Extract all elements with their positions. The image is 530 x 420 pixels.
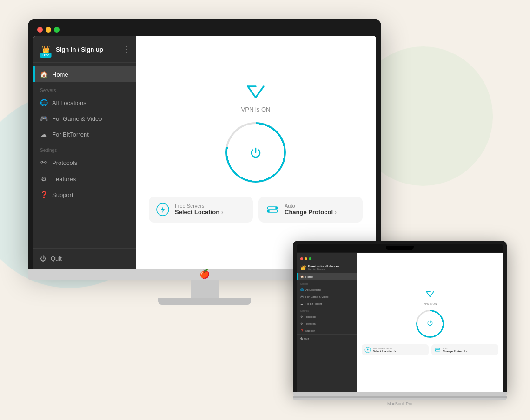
- imac-traffic-lights: [33, 24, 376, 36]
- svg-point-7: [268, 210, 270, 212]
- svg-point-6: [275, 207, 277, 209]
- mini-sidebar-item-home[interactable]: 🏠 Home: [297, 273, 357, 280]
- macbook-screen-border: 👑 Premium for all devices Sign in / Sign…: [293, 241, 507, 392]
- sidebar-title: Sign in / Sign up: [56, 46, 119, 53]
- protocol-card-subtitle: Change Protocol ›: [285, 209, 356, 216]
- mini-sidebar-item-bittorrent[interactable]: ☁ For BitTorrent: [297, 300, 357, 307]
- sidebar-nav: 🏠 Home Servers 🌐 All Locations 🎮 For Gam…: [33, 63, 136, 248]
- mini-location-subtitle: Select Location >: [373, 350, 396, 353]
- quit-label: Quit: [51, 255, 62, 262]
- sidebar-item-game-label: For Game & Video: [52, 115, 102, 122]
- traffic-light-yellow[interactable]: [46, 27, 51, 33]
- lightning-icon: [155, 202, 170, 217]
- location-card[interactable]: Free Servers Select Location ›: [149, 197, 253, 223]
- sidebar-menu-button[interactable]: ⋮: [123, 45, 130, 54]
- sidebar-item-game-video[interactable]: 🎮 For Game & Video: [33, 111, 136, 126]
- quit-button[interactable]: ⏻ Quit: [40, 255, 129, 262]
- mini-traffic-lights: [297, 256, 357, 262]
- support-icon: ❓: [40, 191, 47, 198]
- sidebar-footer: ⏻ Quit: [33, 248, 136, 269]
- game-icon: 🎮: [40, 115, 47, 122]
- vpn-logo: [244, 83, 267, 103]
- mini-features-icon: ⚙: [300, 322, 303, 325]
- sidebar-item-bittorrent[interactable]: ☁ For BitTorrent: [33, 126, 136, 142]
- sidebar-item-home-label: Home: [52, 71, 68, 78]
- globe-icon: 🌐: [40, 99, 47, 106]
- macbook-screen: 👑 Premium for all devices Sign in / Sign…: [297, 253, 503, 392]
- location-chevron: ›: [221, 209, 223, 216]
- imac-screen-border: 👑 Free Sign in / Sign up ⋮ 🏠 Home Server…: [28, 19, 381, 269]
- mini-servers-label: Servers: [297, 280, 357, 286]
- cloud-icon: ☁: [40, 131, 47, 138]
- mini-cloud-icon: ☁: [300, 302, 303, 305]
- mini-home-icon: 🏠: [300, 275, 304, 278]
- sidebar-item-features-label: Features: [52, 176, 76, 183]
- protocol-icon: [265, 202, 280, 217]
- sidebar-item-home[interactable]: 🏠 Home: [33, 66, 136, 82]
- location-card-text: Free Servers Select Location ›: [175, 203, 246, 216]
- crown-icon: 👑 Free: [39, 43, 52, 56]
- mini-sidebar-subtitle: Sign in / Sign up: [308, 268, 339, 270]
- traffic-light-green[interactable]: [54, 27, 60, 33]
- features-icon: ⚙: [40, 175, 47, 183]
- mini-protocol-subtitle: Change Protocol >: [443, 350, 467, 353]
- mini-support-icon: ❓: [300, 329, 304, 332]
- vpn-status-text: VPN is ON: [241, 106, 271, 113]
- mini-sidebar-item-support[interactable]: ❓ Support: [297, 327, 357, 334]
- sidebar-item-features[interactable]: ⚙ Features: [33, 171, 136, 187]
- sidebar-item-support[interactable]: ❓ Support: [33, 187, 136, 203]
- power-button-container: [225, 122, 286, 183]
- protocol-card[interactable]: Auto Change Protocol ›: [258, 197, 363, 223]
- settings-section-label: Settings: [33, 142, 136, 155]
- mini-settings-label: Settings: [297, 307, 357, 313]
- mini-quit-button[interactable]: ⏻ Quit: [297, 334, 357, 343]
- mini-vpn-logo: [424, 289, 436, 301]
- imac-stand-neck: [191, 280, 219, 298]
- macbook-bottom: [293, 398, 507, 400]
- macbook-label: MacBook Pro: [293, 401, 507, 406]
- quit-icon: ⏻: [40, 255, 46, 262]
- sidebar-header: 👑 Free Sign in / Sign up ⋮: [33, 36, 136, 63]
- imac-stand-base: [158, 298, 251, 305]
- mini-bottom-cards: The Fastest Server Select Location > A: [362, 344, 498, 355]
- home-icon: 🏠: [40, 71, 47, 78]
- mini-location-card[interactable]: The Fastest Server Select Location >: [362, 344, 429, 355]
- mini-protocol-card[interactable]: Auto Change Protocol >: [431, 344, 498, 355]
- protocol-chevron: ›: [335, 209, 337, 216]
- free-badge: Free: [40, 52, 52, 58]
- mini-power-button[interactable]: [426, 319, 434, 328]
- macbook-notch-bar: [297, 244, 503, 252]
- traffic-light-red[interactable]: [37, 27, 43, 33]
- mini-sidebar-item-protocols[interactable]: ⚙ Protocols: [297, 313, 357, 320]
- mini-sidebar: 👑 Premium for all devices Sign in / Sign…: [297, 253, 357, 392]
- mini-tl-red[interactable]: [300, 257, 303, 260]
- sidebar-item-protocols-label: Protocols: [52, 159, 77, 166]
- mini-sidebar-item-all-locations[interactable]: 🌐 All Locations: [297, 286, 357, 293]
- protocols-icon: [40, 159, 47, 167]
- macbook-notch: [386, 246, 414, 250]
- mini-sidebar-item-features[interactable]: ⚙ Features: [297, 320, 357, 327]
- mini-tl-green[interactable]: [309, 257, 311, 260]
- macbook-base: [293, 392, 507, 396]
- mini-sidebar-item-game[interactable]: 🎮 For Game & Video: [297, 293, 357, 300]
- svg-point-0: [41, 161, 43, 163]
- macbook: 👑 Premium for all devices Sign in / Sign…: [293, 241, 507, 406]
- mini-main-content: VPN is ON: [357, 253, 503, 392]
- svg-point-1: [45, 161, 46, 163]
- svg-point-11: [439, 348, 440, 349]
- mini-tl-yellow[interactable]: [305, 257, 307, 260]
- mini-sidebar-header: 👑 Premium for all devices Sign in / Sign…: [297, 262, 357, 273]
- bottom-cards: Free Servers Select Location ›: [149, 197, 363, 223]
- main-content: VPN is ON: [136, 36, 376, 269]
- power-button[interactable]: [244, 141, 267, 164]
- sidebar-item-protocols[interactable]: Protocols: [33, 155, 136, 171]
- sidebar-item-bittorrent-label: For BitTorrent: [52, 131, 89, 138]
- sidebar: 👑 Free Sign in / Sign up ⋮ 🏠 Home Server…: [33, 36, 136, 269]
- mini-crown-icon: 👑: [300, 265, 306, 270]
- mini-game-icon: 🎮: [300, 295, 304, 298]
- location-card-subtitle: Select Location ›: [175, 209, 246, 216]
- protocol-card-title: Auto: [285, 203, 356, 209]
- svg-point-12: [435, 350, 436, 351]
- sidebar-item-all-locations[interactable]: 🌐 All Locations: [33, 95, 136, 111]
- mini-protocols-icon: ⚙: [300, 315, 303, 318]
